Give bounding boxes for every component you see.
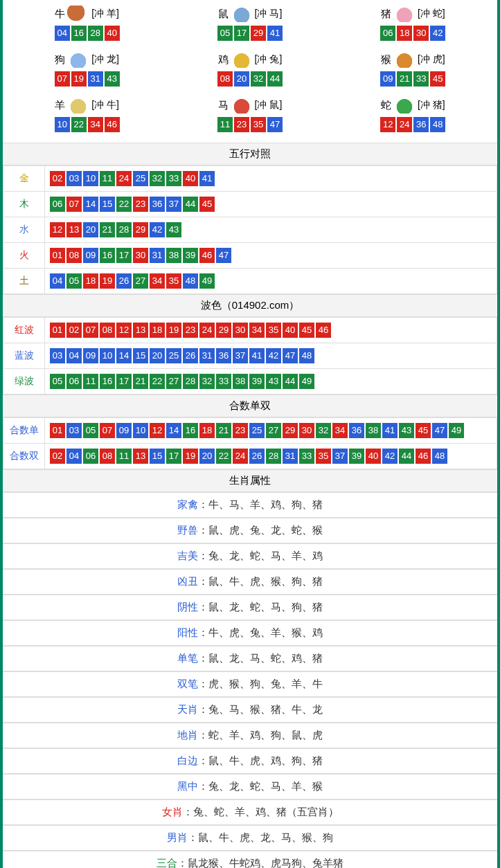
number-box: 45 <box>416 423 431 438</box>
number-box: 18 <box>199 423 215 438</box>
number-box: 11 <box>83 374 98 389</box>
number-box: 26 <box>249 449 265 464</box>
attr-key: 家禽 <box>177 498 198 510</box>
number-box: 49 <box>299 374 314 389</box>
number-box: 12 <box>50 222 65 237</box>
number-box: 15 <box>133 348 148 363</box>
zodiac-cell: 蛇 [冲 猪] 12243648 <box>332 94 494 140</box>
number-box: 25 <box>166 348 181 363</box>
number-box: 29 <box>251 26 266 41</box>
zodiac-name: 鼠 <box>218 8 229 21</box>
zodiac-cell: 羊 [冲 牛] 10223446 <box>6 94 168 140</box>
table-row: 合数双 020406081113151719202224262831333537… <box>3 444 497 469</box>
attr-val: ：鼠、龙、蛇、马、狗、猪 <box>198 601 323 613</box>
number-box: 40 <box>283 323 298 338</box>
number-box: 03 <box>66 171 82 186</box>
number-box: 35 <box>266 323 281 338</box>
number-box: 21 <box>100 222 115 237</box>
zodiac-icon <box>66 51 90 68</box>
number-box: 37 <box>233 348 248 363</box>
number-box: 31 <box>88 71 103 87</box>
number-box: 42 <box>150 222 165 237</box>
number-box: 34 <box>88 117 103 132</box>
number-box: 24 <box>233 449 248 464</box>
table-row: 土 04051819262734354849 <box>3 269 497 294</box>
number-box: 09 <box>83 348 98 363</box>
number-box: 22 <box>71 117 87 132</box>
zodiac-icon <box>230 51 253 68</box>
number-box: 46 <box>316 323 331 338</box>
number-box: 19 <box>183 449 198 464</box>
number-box: 07 <box>66 197 82 212</box>
number-box: 41 <box>267 26 283 41</box>
zodiac-chong: [冲 龙] <box>91 53 119 66</box>
attr-val: ：兔、龙、蛇、马、羊、猴 <box>198 780 323 792</box>
attr-row: 地肖：蛇、羊、鸡、狗、鼠、虎 <box>3 723 497 748</box>
number-box: 39 <box>183 248 198 263</box>
number-box: 09 <box>116 423 132 438</box>
number-box: 40 <box>183 171 198 186</box>
number-box: 10 <box>83 171 98 186</box>
number-box: 21 <box>133 374 148 389</box>
number-box: 13 <box>133 323 148 338</box>
number-box: 47 <box>283 348 298 363</box>
number-box: 25 <box>249 423 265 438</box>
bose-table: 红波 0102070812131819232429303435404546 蓝波… <box>3 317 497 395</box>
num-cell: 0102070812131819232429303435404546 <box>45 318 497 343</box>
attr-row: 单笔：鼠、龙、马、蛇、鸡、猪 <box>3 646 497 671</box>
number-box: 37 <box>332 449 348 464</box>
zodiac-cell: 猴 [冲 虎] 09213345 <box>332 48 494 94</box>
number-box: 02 <box>66 323 82 338</box>
attr-row: 凶丑：鼠、牛、虎、猴、狗、猪 <box>3 569 497 595</box>
attr-row: 男肖：鼠、牛、虎、龙、马、猴、狗 <box>3 825 497 851</box>
number-box: 33 <box>216 374 231 389</box>
number-box: 33 <box>166 171 181 186</box>
bose-header: 波色（014902.com） <box>3 294 497 317</box>
heshu-table: 合数单 010305070910121416182123252729303234… <box>3 417 497 469</box>
number-box: 19 <box>100 273 115 289</box>
row-label: 金 <box>3 166 45 192</box>
number-box: 30 <box>299 423 314 438</box>
attr-val: ：鼠龙猴、牛蛇鸡、虎马狗、兔羊猪 <box>177 857 343 868</box>
attr-row: 女肖：兔、蛇、羊、鸡、猪（五宫肖） <box>3 799 497 825</box>
number-box: 04 <box>55 26 70 41</box>
attr-key: 三合 <box>157 857 177 868</box>
number-box: 18 <box>397 26 412 41</box>
wuxing-table: 金 02031011242532334041 木 060714152223363… <box>3 165 497 294</box>
number-box: 20 <box>83 222 98 237</box>
zodiac-chong: [冲 兔] <box>255 53 283 66</box>
row-label: 蓝波 <box>3 343 45 369</box>
number-box: 39 <box>349 449 364 464</box>
number-box: 38 <box>166 248 181 263</box>
number-box: 35 <box>251 117 266 132</box>
attr-val: ：虎、猴、狗、兔、羊、牛 <box>198 678 323 689</box>
attr-val: ：兔、蛇、羊、鸡、猪（五宫肖） <box>183 806 339 817</box>
number-box: 12 <box>116 323 132 338</box>
number-box: 34 <box>332 423 348 438</box>
number-box: 07 <box>55 71 70 87</box>
number-box: 31 <box>199 348 215 363</box>
number-box: 42 <box>382 449 398 464</box>
row-label: 火 <box>3 243 45 269</box>
number-box: 09 <box>83 248 98 263</box>
attr-row: 吉美：兔、龙、蛇、马、羊、鸡 <box>3 543 497 569</box>
zodiac-nums: 11233547 <box>168 116 331 133</box>
number-box: 06 <box>380 26 395 41</box>
number-box: 42 <box>430 26 445 41</box>
number-box: 43 <box>105 71 120 87</box>
zodiac-cell: 牛 [冲 羊] 04162840 <box>6 3 168 48</box>
number-box: 47 <box>216 248 231 263</box>
num-cell: 06071415222336374445 <box>45 192 497 217</box>
number-box: 36 <box>150 197 165 212</box>
number-box: 10 <box>100 348 115 363</box>
number-box: 03 <box>50 348 65 363</box>
zodiac-nums: 12243648 <box>332 116 494 133</box>
number-box: 49 <box>199 273 215 289</box>
number-box: 04 <box>66 449 82 464</box>
number-box: 25 <box>133 171 148 186</box>
num-cell: 0204060811131517192022242628313335373940… <box>45 444 497 469</box>
zodiac-nums: 05172941 <box>168 25 331 42</box>
number-box: 05 <box>83 423 98 438</box>
number-box: 18 <box>150 323 165 338</box>
num-cell: 04051819262734354849 <box>45 269 497 294</box>
